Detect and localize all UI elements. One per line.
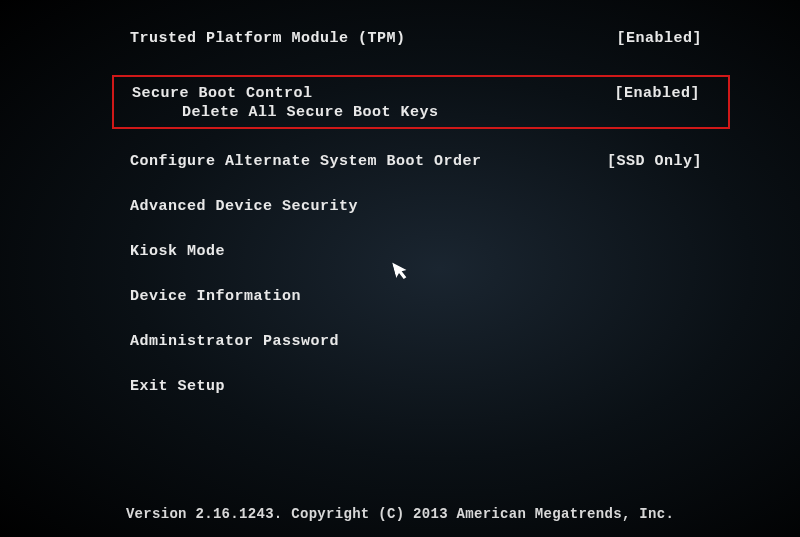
exit-setup-label: Exit Setup bbox=[130, 378, 225, 395]
secure-boot-label: Secure Boot Control bbox=[132, 85, 439, 102]
tpm-value: [Enabled] bbox=[616, 30, 702, 47]
boot-order-value: [SSD Only] bbox=[607, 153, 702, 170]
advanced-security-label: Advanced Device Security bbox=[130, 198, 358, 215]
secure-boot-value: [Enabled] bbox=[614, 85, 700, 102]
cursor-icon bbox=[392, 258, 414, 286]
footer-text: Version 2.16.1243. Copyright (C) 2013 Am… bbox=[126, 506, 674, 522]
menu-item-advanced-security[interactable]: Advanced Device Security bbox=[0, 198, 800, 215]
boot-order-label: Configure Alternate System Boot Order bbox=[130, 153, 482, 170]
menu-item-boot-order[interactable]: Configure Alternate System Boot Order [S… bbox=[0, 153, 800, 170]
menu-item-admin-password[interactable]: Administrator Password bbox=[0, 333, 800, 350]
device-info-label: Device Information bbox=[130, 288, 301, 305]
menu-item-device-info[interactable]: Device Information bbox=[0, 288, 800, 305]
highlighted-secure-boot: Secure Boot Control Delete All Secure Bo… bbox=[112, 75, 730, 129]
menu-item-kiosk-mode[interactable]: Kiosk Mode bbox=[0, 243, 800, 260]
menu-item-tpm[interactable]: Trusted Platform Module (TPM) [Enabled] bbox=[0, 30, 800, 47]
kiosk-mode-label: Kiosk Mode bbox=[130, 243, 225, 260]
admin-password-label: Administrator Password bbox=[130, 333, 339, 350]
menu-item-exit-setup[interactable]: Exit Setup bbox=[0, 378, 800, 395]
secure-boot-sublabel[interactable]: Delete All Secure Boot Keys bbox=[132, 104, 439, 121]
bios-footer: Version 2.16.1243. Copyright (C) 2013 Am… bbox=[0, 506, 800, 522]
bios-menu-container: Trusted Platform Module (TPM) [Enabled] … bbox=[0, 0, 800, 537]
tpm-label: Trusted Platform Module (TPM) bbox=[130, 30, 406, 47]
secure-boot-label-group: Secure Boot Control Delete All Secure Bo… bbox=[132, 85, 439, 121]
menu-item-secure-boot[interactable]: Secure Boot Control Delete All Secure Bo… bbox=[114, 85, 728, 121]
